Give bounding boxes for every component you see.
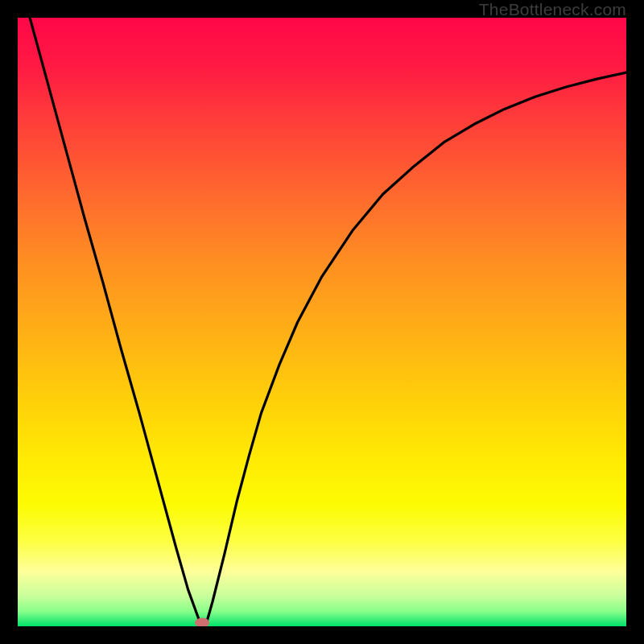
chart-frame: [18, 18, 626, 626]
chart-plot: [18, 18, 626, 626]
watermark-text: TheBottleneck.com: [479, 0, 626, 19]
gradient-background: [18, 18, 626, 626]
